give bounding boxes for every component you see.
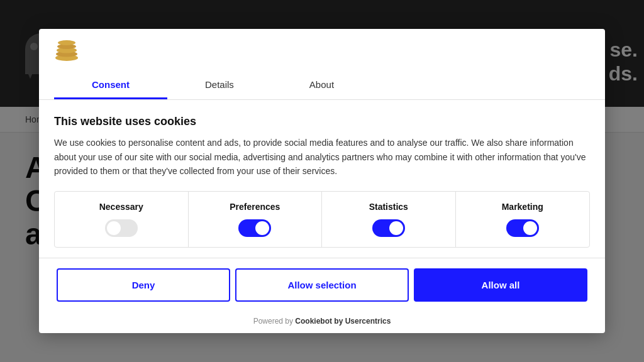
cookie-categories: Necessary Preferences Statistics xyxy=(54,191,590,248)
modal-header: Consent Details About xyxy=(39,29,605,100)
tab-details[interactable]: Details xyxy=(167,72,272,99)
category-statistics: Statistics xyxy=(322,192,456,247)
toggle-necessary[interactable] xyxy=(105,219,138,237)
brand-logo-icon xyxy=(54,39,79,62)
tab-about[interactable]: About xyxy=(272,72,372,99)
modal-overlay: Consent Details About This website uses … xyxy=(0,0,644,362)
modal-logo xyxy=(54,39,590,64)
modal-tabs: Consent Details About xyxy=(54,72,590,99)
allow-all-button[interactable]: Allow all xyxy=(414,268,587,302)
modal-footer: Deny Allow selection Allow all xyxy=(39,258,605,312)
category-preferences: Preferences xyxy=(189,192,323,247)
svg-point-4 xyxy=(58,40,75,45)
cookiebot-brand: Cookiebot by Usercentrics xyxy=(295,317,391,326)
toggle-statistics[interactable] xyxy=(372,219,405,237)
tab-consent[interactable]: Consent xyxy=(54,72,167,99)
category-marketing: Marketing xyxy=(456,192,590,247)
cookie-title: This website uses cookies xyxy=(54,115,590,128)
category-statistics-label: Statistics xyxy=(369,202,408,212)
deny-button[interactable]: Deny xyxy=(57,268,230,302)
category-necessary: Necessary xyxy=(55,192,189,247)
cookie-consent-modal: Consent Details About This website uses … xyxy=(39,29,605,332)
category-marketing-label: Marketing xyxy=(502,202,543,212)
category-preferences-label: Preferences xyxy=(230,202,280,212)
cookie-description: We use cookies to personalise content an… xyxy=(54,136,590,178)
toggle-preferences[interactable] xyxy=(238,219,271,237)
allow-selection-button[interactable]: Allow selection xyxy=(235,268,409,302)
modal-body: This website uses cookies We use cookies… xyxy=(39,100,605,247)
toggle-marketing[interactable] xyxy=(506,219,539,237)
category-necessary-label: Necessary xyxy=(99,202,143,212)
powered-by: Powered by Cookiebot by Usercentrics xyxy=(39,312,605,333)
